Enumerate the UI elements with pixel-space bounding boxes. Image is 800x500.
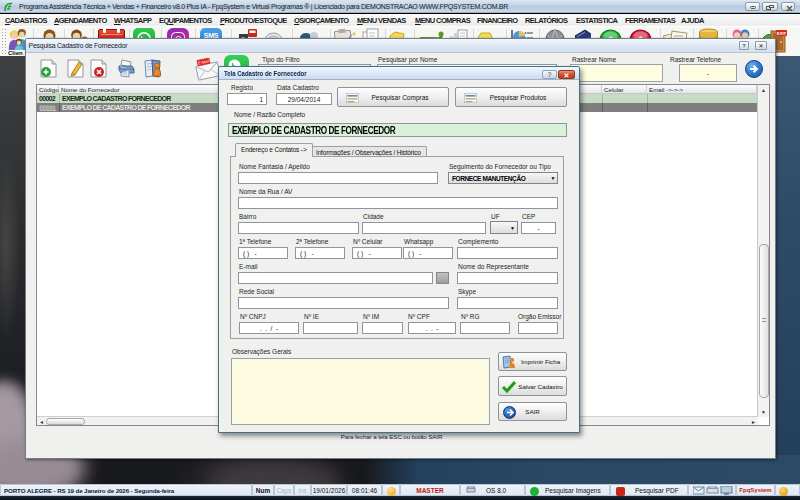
svg-text:EXIT: EXIT: [777, 31, 787, 36]
